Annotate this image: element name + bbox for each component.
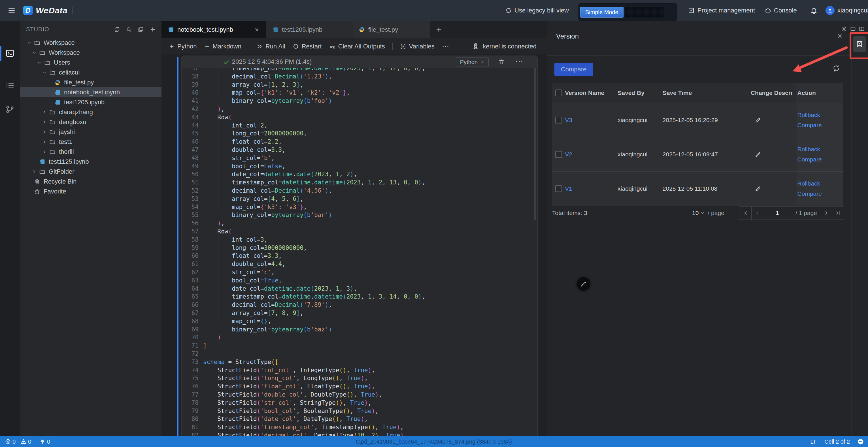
python-icon bbox=[53, 79, 62, 86]
tab-notebook-test[interactable]: notebook_test.ipynb bbox=[161, 21, 266, 38]
cell-language-dropdown[interactable]: Python bbox=[456, 57, 489, 67]
refresh-versions-icon[interactable] bbox=[833, 65, 840, 72]
prev-page-button[interactable] bbox=[751, 206, 764, 220]
refresh-icon[interactable] bbox=[114, 26, 120, 33]
chevron-right-icon[interactable] bbox=[41, 149, 48, 154]
chevron-right-icon[interactable] bbox=[31, 169, 38, 174]
tree-item-test1205-ipynb[interactable]: test1205.ipynb bbox=[20, 97, 161, 107]
current-page-input[interactable]: 1 bbox=[763, 206, 792, 220]
bell-icon[interactable] bbox=[810, 7, 817, 14]
edit-description-icon[interactable] bbox=[755, 185, 762, 192]
chevron-down-icon[interactable] bbox=[31, 50, 38, 55]
chevron-down-icon[interactable] bbox=[26, 40, 33, 45]
tree-item-dengboxu[interactable]: dengboxu bbox=[20, 117, 161, 127]
new-tab-button[interactable] bbox=[430, 21, 447, 38]
compare-versions-button[interactable]: Compare bbox=[554, 63, 593, 76]
clear-all-outputs-button[interactable]: Clear All Outputs bbox=[329, 43, 385, 50]
version-name-link[interactable]: V3 bbox=[565, 117, 572, 123]
tree-item-file-test-py[interactable]: file_test.py bbox=[20, 77, 161, 87]
port-forward-count[interactable]: 0 bbox=[40, 439, 50, 445]
close-panel-icon[interactable] bbox=[837, 33, 843, 39]
page-size-select[interactable]: 10 / page bbox=[692, 210, 724, 216]
console-button[interactable]: Console bbox=[764, 7, 797, 14]
wedata-logo[interactable]: D bbox=[23, 6, 33, 15]
chat-bubble-icon[interactable] bbox=[857, 438, 864, 445]
tree-item-test1[interactable]: test1 bbox=[20, 137, 161, 147]
new-file-icon[interactable] bbox=[150, 26, 156, 33]
cell-more-icon[interactable]: ⋯ bbox=[515, 56, 524, 66]
error-count[interactable]: 0 bbox=[5, 439, 16, 445]
simple-mode-option[interactable]: Simple Mode bbox=[580, 7, 623, 18]
eol-indicator[interactable]: LF bbox=[810, 439, 817, 445]
code-line-51: 51 timestamp_col=datetime.datetime(2023,… bbox=[182, 179, 537, 187]
compare-link[interactable]: Compare bbox=[798, 190, 843, 197]
variables-button[interactable]: Variables bbox=[400, 43, 435, 50]
chevron-right-icon[interactable] bbox=[41, 109, 48, 115]
add-markdown-cell-button[interactable]: Markdown bbox=[204, 43, 241, 50]
edit-description-icon[interactable] bbox=[755, 151, 762, 158]
chevron-right-icon[interactable] bbox=[41, 129, 48, 134]
hamburger-menu-icon[interactable] bbox=[8, 7, 15, 14]
rollback-link[interactable]: Rollback bbox=[798, 146, 843, 153]
tree-item-thorlli[interactable]: thorlli bbox=[20, 147, 161, 157]
chevron-right-icon[interactable] bbox=[41, 120, 48, 125]
run-all-button[interactable]: Run All bbox=[256, 43, 285, 50]
warning-count[interactable]: 0 bbox=[21, 439, 31, 445]
chevron-down-icon[interactable] bbox=[36, 60, 43, 65]
code-cell[interactable]: 2025-12-5 4:04:36 PM (1.4s) Python ⋯ 37 … bbox=[181, 56, 538, 436]
code-editor[interactable]: 37 timestamp_col=datetime.datetime(2023,… bbox=[182, 66, 537, 436]
tree-item-workspace[interactable]: Workspace bbox=[20, 38, 161, 47]
tree-item-celiacui[interactable]: celiacui bbox=[20, 67, 161, 77]
tree-item-workspace[interactable]: Workspace bbox=[20, 47, 161, 58]
edit-description-icon[interactable] bbox=[755, 117, 762, 124]
version-checkbox[interactable] bbox=[555, 151, 562, 158]
book-icon[interactable] bbox=[859, 26, 865, 32]
cell-position-indicator[interactable]: Cell 2 of 2 bbox=[825, 439, 850, 445]
version-name-link[interactable]: V2 bbox=[565, 151, 572, 158]
tree-item-notebook-test-ipynb[interactable]: notebook_test.ipynb bbox=[20, 87, 161, 97]
project-management-button[interactable]: Project management bbox=[688, 7, 755, 14]
tree-item-jayshi[interactable]: jayshi bbox=[20, 127, 161, 137]
tree-item-gitfolder[interactable]: GitFolder bbox=[20, 166, 161, 177]
first-page-button[interactable] bbox=[739, 206, 751, 220]
select-all-checkbox[interactable] bbox=[555, 90, 562, 96]
user-menu[interactable]: xiaoqingcui bbox=[826, 6, 868, 15]
version-name-link[interactable]: V1 bbox=[565, 185, 572, 192]
tree-item-users[interactable]: Users bbox=[20, 58, 161, 67]
chevron-right-icon[interactable] bbox=[41, 139, 48, 145]
tree-item-claraqzhang[interactable]: claraqzhang bbox=[20, 107, 161, 117]
version-checkbox[interactable] bbox=[555, 117, 562, 124]
delete-cell-icon[interactable] bbox=[498, 59, 504, 65]
git-branch-icon[interactable] bbox=[5, 105, 14, 114]
last-page-button[interactable] bbox=[832, 206, 844, 220]
collapse-all-icon[interactable] bbox=[138, 26, 144, 33]
rollback-link[interactable]: Rollback bbox=[798, 111, 843, 119]
indent-guide bbox=[204, 357, 204, 436]
add-python-cell-button[interactable]: Python bbox=[169, 43, 197, 50]
tab-file-test[interactable]: file_test.py bbox=[352, 21, 430, 38]
restart-button[interactable]: Restart bbox=[292, 43, 322, 50]
tab-test1205[interactable]: test1205.ipynb bbox=[266, 21, 352, 38]
list-icon[interactable] bbox=[5, 81, 14, 90]
split-view-icon[interactable] bbox=[850, 26, 856, 32]
folder-icon bbox=[39, 168, 45, 175]
code-line-43: 43 Row( bbox=[182, 113, 537, 122]
use-legacy-bill-view[interactable]: Use legacy bill view bbox=[505, 7, 569, 14]
gear-icon[interactable] bbox=[841, 26, 847, 32]
search-icon[interactable] bbox=[126, 26, 132, 33]
tree-item-recycle-bin[interactable]: Recycle Bin bbox=[20, 177, 161, 186]
compare-link[interactable]: Compare bbox=[798, 156, 843, 163]
tree-item-test1125-ipynb[interactable]: test1125.ipynb bbox=[20, 157, 161, 166]
tab-close-icon[interactable] bbox=[254, 27, 259, 32]
chevron-down-icon[interactable] bbox=[41, 70, 48, 75]
ai-wand-button[interactable] bbox=[577, 277, 590, 291]
compare-link[interactable]: Compare bbox=[798, 122, 843, 129]
tree-indent-guide bbox=[67, 99, 67, 128]
version-checkbox[interactable] bbox=[555, 185, 562, 192]
next-page-button[interactable] bbox=[821, 206, 832, 220]
toolbar-more-button[interactable]: ⋯ bbox=[442, 42, 450, 51]
terminal-icon[interactable] bbox=[5, 49, 14, 58]
redacted-mode-option[interactable] bbox=[625, 7, 664, 18]
tree-item-favorite[interactable]: Favorite bbox=[20, 186, 161, 196]
rollback-link[interactable]: Rollback bbox=[798, 180, 843, 187]
